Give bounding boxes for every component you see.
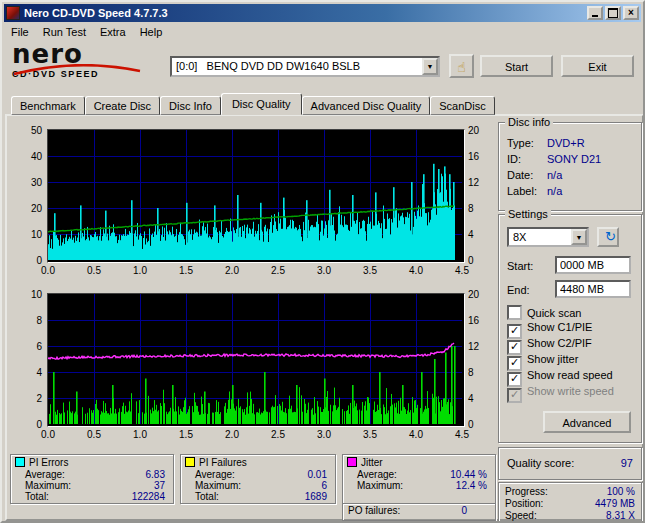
checkbox-label: Show read speed [527, 369, 613, 381]
minimize-icon [592, 15, 598, 17]
checkbox-label: Show C1/PIE [527, 321, 592, 333]
tab-disc-info[interactable]: Disc Info [160, 96, 221, 115]
start-position-input[interactable] [555, 256, 631, 274]
tab-create-disc[interactable]: Create Disc [85, 96, 160, 115]
disc-info-title: Disc info [505, 116, 553, 128]
stat-swatch-pi-errors [15, 457, 25, 467]
exit-button[interactable]: Exit [561, 55, 634, 77]
stat-panel-pi-failures: PI FailuresAverage:0.01Maximum:6Total:16… [180, 454, 336, 504]
start-field-label: Start: [507, 260, 533, 272]
app-window: Nero CD-DVD Speed 4.7.7.3 × FileRun Test… [0, 0, 645, 523]
app-icon [6, 6, 20, 20]
stat-value: 0.01 [308, 469, 327, 480]
tab-advanced-disc-quality[interactable]: Advanced Disc Quality [302, 96, 431, 115]
po-failures-label: PO failures: [348, 504, 400, 518]
progress-value: 4479 MB [595, 498, 635, 510]
checkbox-show-jitter[interactable]: ✓Show jitter [507, 353, 637, 367]
checkbox-quick-scan[interactable]: Quick scan [507, 305, 637, 319]
menu-run-test[interactable]: Run Test [36, 25, 93, 39]
checkbox-label: Show write speed [527, 385, 614, 397]
stat-row-maximum: Maximum:12.4 % [357, 480, 487, 491]
speed-selector-arrow-icon[interactable]: ▼ [571, 229, 587, 245]
disc-info-label: ID: [507, 152, 521, 166]
tab-benchmark[interactable]: Benchmark [11, 96, 85, 115]
quality-score-label: Quality score: [507, 457, 574, 469]
stat-row-total: Total:1689 [195, 491, 327, 502]
po-failures-value: 0 [461, 504, 467, 518]
stat-row-average: Average:10.44 % [357, 469, 487, 480]
drive-selector[interactable]: [0:0] BENQ DVD DD DW1640 BSLB ▼ [170, 56, 440, 77]
stat-panel-header: PI Errors [15, 457, 68, 468]
stat-row-total: Total:122284 [25, 491, 165, 502]
checkbox-box[interactable]: ✓ [507, 388, 522, 403]
checkbox-show-read-speed[interactable]: ✓Show read speed [507, 369, 637, 383]
close-button[interactable]: × [623, 6, 639, 20]
disc-info-value: SONY D21 [547, 152, 601, 166]
disc-info-value: n/a [547, 168, 562, 182]
window-title: Nero CD-DVD Speed 4.7.7.3 [24, 7, 583, 19]
stat-label: Maximum: [195, 480, 241, 491]
title-bar[interactable]: Nero CD-DVD Speed 4.7.7.3 × [4, 4, 641, 22]
tab-strip: BenchmarkCreate DiscDisc InfoDisc Qualit… [11, 95, 495, 115]
maximize-button[interactable] [605, 6, 621, 20]
minimize-button[interactable] [587, 6, 603, 20]
refresh-button[interactable]: ↻ [597, 227, 619, 247]
stat-panel-pi-errors: PI ErrorsAverage:6.83Maximum:37Total:122… [10, 454, 174, 504]
stat-value: 6 [321, 480, 327, 491]
hand-tool-button[interactable]: ☝ [449, 54, 474, 78]
stat-panel-title: PI Failures [199, 457, 247, 468]
stat-value: 1689 [305, 491, 327, 502]
stat-swatch-pi-failures [185, 457, 195, 467]
tab-scandisc[interactable]: ScanDisc [430, 96, 494, 115]
checkbox-label: Show jitter [527, 353, 578, 365]
stat-label: Average: [357, 469, 397, 480]
progress-row-progress: Progress:100 % [505, 486, 635, 498]
disc-info-row-label: Label:n/a [507, 184, 635, 198]
stat-swatch-jitter [347, 457, 357, 467]
quality-score-value: 97 [621, 456, 633, 470]
menu-file[interactable]: File [4, 25, 36, 39]
menu-help[interactable]: Help [133, 25, 170, 39]
pi-failures-chart-frame [47, 293, 465, 427]
stat-label: Maximum: [357, 480, 403, 491]
end-position-input[interactable] [555, 280, 631, 298]
stat-value: 12.4 % [456, 480, 487, 491]
pi-errors-chart [48, 130, 462, 260]
stat-label: Total: [195, 491, 219, 502]
advanced-button[interactable]: Advanced [543, 411, 631, 433]
disc-info-label: Label: [507, 184, 537, 198]
stat-row-maximum: Maximum:6 [195, 480, 327, 491]
stat-value: 37 [154, 480, 165, 491]
checkbox-show-write-speed[interactable]: ✓Show write speed [507, 385, 637, 399]
settings-group: Settings 8X ▼ ↻ Start: End: Quick scan✓S… [498, 214, 642, 443]
stat-panel-jitter: JitterAverage:10.44 %Maximum:12.4 % [342, 454, 496, 504]
po-failures-strip: PO failures: 0 [342, 503, 496, 521]
checkbox-show-c2-pif[interactable]: ✓Show C2/PIF [507, 337, 637, 351]
start-button[interactable]: Start [480, 55, 553, 77]
nero-logo-text: nero [12, 42, 162, 66]
progress-label: Progress: [505, 486, 548, 497]
drive-selector-arrow-icon[interactable]: ▼ [422, 58, 438, 75]
stat-panel-header: Jitter [347, 457, 383, 468]
settings-title: Settings [505, 208, 551, 220]
tab-disc-quality[interactable]: Disc Quality [221, 93, 302, 115]
stat-value: 122284 [132, 491, 165, 502]
disc-info-label: Type: [507, 136, 534, 150]
disc-info-row-id: ID:SONY D21 [507, 152, 635, 166]
disc-info-value: n/a [547, 184, 562, 198]
progress-row-position: Position:4479 MB [505, 498, 635, 510]
stat-row-maximum: Maximum:37 [25, 480, 165, 491]
speed-selector[interactable]: 8X ▼ [507, 227, 589, 247]
menu-extra[interactable]: Extra [93, 25, 133, 39]
pi-errors-chart-frame [47, 129, 465, 263]
checkbox-show-c1-pie[interactable]: ✓Show C1/PIE [507, 321, 637, 335]
progress-label: Position: [505, 498, 543, 509]
end-field-label: End: [507, 284, 530, 296]
progress-value: 8.31 X [606, 510, 635, 522]
checkbox-box[interactable] [507, 305, 522, 320]
stat-panel-title: Jitter [361, 457, 383, 468]
stat-label: Average: [25, 469, 65, 480]
stat-row-average: Average:6.83 [25, 469, 165, 480]
pi-failures-chart [48, 294, 462, 424]
stat-value: 10.44 % [450, 469, 487, 480]
